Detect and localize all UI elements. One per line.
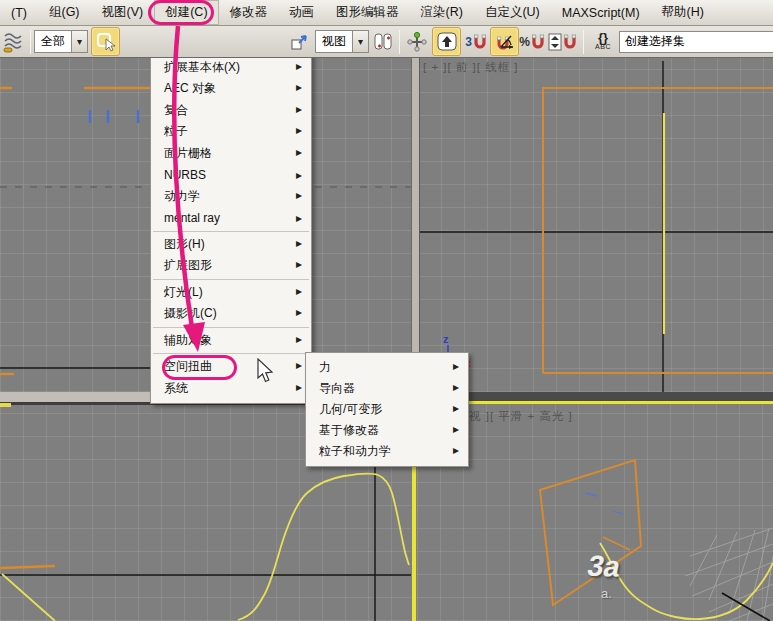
viewport-front[interactable]: [ + ][ 前 ][ 线框 ] z x xyxy=(418,57,773,392)
menu-item-nurbs[interactable]: NURBS xyxy=(151,164,311,186)
menubar-item-maxscript[interactable]: MAXScript(M) xyxy=(551,2,651,24)
front-viewport-drawing xyxy=(418,57,773,392)
percent-snap-label: % xyxy=(519,35,530,49)
key-up-arrow-icon xyxy=(435,30,459,54)
menu-item-cameras[interactable]: 摄影机(C) xyxy=(151,303,311,325)
menu-item-compound[interactable]: 复合 xyxy=(151,100,311,122)
angle-snap-button[interactable] xyxy=(490,27,519,56)
menu-item-lights[interactable]: 灯光(L) xyxy=(151,282,311,304)
main-toolbar: 全部 视图 xyxy=(0,26,773,58)
abc-label: ABC xyxy=(595,42,611,51)
magnet-icon xyxy=(562,33,578,51)
use-pivot-center-button[interactable] xyxy=(369,28,396,55)
menu-item-space-warps[interactable]: 空间扭曲 xyxy=(151,356,311,378)
spinner-snap-button[interactable] xyxy=(546,28,580,55)
menubar-item-views[interactable]: 视图(V) xyxy=(91,0,155,25)
menubar-item-graph-editors[interactable]: 图形编辑器 xyxy=(325,0,410,25)
menubar-item-modifiers[interactable]: 修改器 xyxy=(219,0,279,25)
ref-coord-value: 视图 xyxy=(316,33,352,50)
menu-bar: (T) 组(G) 视图(V) 创建(C) 修改器 动画 图形编辑器 渲染(R) … xyxy=(0,0,773,26)
named-selection-set-input[interactable] xyxy=(619,31,773,53)
menu-item-extended-shapes[interactable]: 扩展图形 xyxy=(151,255,311,277)
menu-item-dynamics[interactable]: 动力学 xyxy=(151,186,311,208)
menu-item-mental-ray[interactable]: mental ray xyxy=(151,207,311,229)
manipulate-icon xyxy=(405,30,429,54)
front-viewport-label[interactable]: [ + ][ 前 ][ 线框 ] xyxy=(423,60,519,75)
ref-coord-select[interactable]: 视图 xyxy=(315,30,369,53)
menubar-item-create[interactable]: 创建(C) xyxy=(154,0,218,25)
menu-item-aec-objects[interactable]: AEC 对象 xyxy=(151,78,311,100)
submenu-item-modifier-based[interactable]: 基于修改器 xyxy=(306,420,468,441)
menubar-item-rendering[interactable]: 渲染(R) xyxy=(410,0,474,25)
menu-separator xyxy=(153,353,309,354)
submenu-item-deflectors[interactable]: 导向器 xyxy=(306,378,468,399)
pivot-center-icon xyxy=(371,30,395,54)
menubar-item-group[interactable]: 组(G) xyxy=(38,0,91,25)
menubar-item-animation[interactable]: 动画 xyxy=(278,0,325,25)
selection-filter-select[interactable]: 全部 xyxy=(34,30,88,53)
menu-separator xyxy=(153,231,309,232)
window-crossing-toggle[interactable] xyxy=(286,28,313,55)
keyboard-override-button[interactable] xyxy=(432,27,461,56)
menu-item-shapes[interactable]: 图形(H) xyxy=(151,234,311,256)
toolbar-separator xyxy=(30,30,31,54)
menu-separator xyxy=(153,279,309,280)
edit-named-sets-button[interactable]: {} ABC xyxy=(587,28,619,55)
snap-3d-button[interactable]: 3 xyxy=(463,28,490,55)
menubar-item-help[interactable]: 帮助(H) xyxy=(651,0,715,25)
percent-snap-button[interactable]: % xyxy=(519,28,546,55)
select-object-button[interactable] xyxy=(91,27,120,56)
select-and-manipulate-button[interactable] xyxy=(403,28,430,55)
magnet-icon xyxy=(472,33,488,51)
menubar-item-t[interactable]: (T) xyxy=(0,2,38,24)
perspective-viewport-drawing xyxy=(417,404,773,621)
plane-object[interactable] xyxy=(540,460,641,605)
create-menu: 标准基本体(S) 扩展基本体(X) AEC 对象 复合 粒子 面片栅格 NURB… xyxy=(150,30,312,404)
snap-3d-label: 3 xyxy=(465,35,472,49)
toolbar-separator xyxy=(583,30,584,54)
spline-fragment xyxy=(0,403,11,407)
magnet-icon xyxy=(530,33,546,51)
menu-item-systems[interactable]: 系统 xyxy=(151,378,311,400)
submenu-item-forces[interactable]: 力 xyxy=(306,357,468,378)
angle-snap-icon xyxy=(493,31,517,53)
toolbar-separator xyxy=(399,30,400,54)
axis-z-label: z xyxy=(443,333,449,345)
vertical-splitter[interactable] xyxy=(411,57,420,392)
menu-item-extended-primitives[interactable]: 扩展基本体(X) xyxy=(151,57,311,79)
viewport-perspective[interactable]: 视 ][ 平滑 + 高光 ] xyxy=(417,404,773,621)
bind-to-space-warp-button[interactable] xyxy=(0,28,27,55)
waves-icon xyxy=(2,30,26,54)
menu-separator xyxy=(153,327,309,328)
menu-item-particles[interactable]: 粒子 xyxy=(151,121,311,143)
submenu-item-geometric-deformable[interactable]: 几何/可变形 xyxy=(306,399,468,420)
space-warps-submenu: 力 导向器 几何/可变形 基于修改器 粒子和动力学 xyxy=(305,352,469,467)
menubar-item-customize[interactable]: 自定义(U) xyxy=(474,0,551,25)
braces-icon: {} xyxy=(598,33,608,42)
spinner-icon xyxy=(548,32,562,52)
dropdown-arrow-icon[interactable] xyxy=(71,31,87,52)
menu-item-patch-grids[interactable]: 面片栅格 xyxy=(151,143,311,165)
submenu-item-particles-dynamics[interactable]: 粒子和动力学 xyxy=(306,441,468,462)
selection-filter-value: 全部 xyxy=(35,33,71,50)
menu-item-helpers[interactable]: 辅助对象 xyxy=(151,330,311,352)
perspective-grid xyxy=(685,528,773,621)
select-cursor-icon xyxy=(95,31,117,53)
window-crossing-icon xyxy=(289,31,311,53)
dropdown-arrow-icon[interactable] xyxy=(352,31,368,52)
watermark-subtext: a. xyxy=(601,586,612,601)
perspective-viewport-label[interactable]: 视 ][ 平滑 + 高光 ] xyxy=(469,409,573,424)
